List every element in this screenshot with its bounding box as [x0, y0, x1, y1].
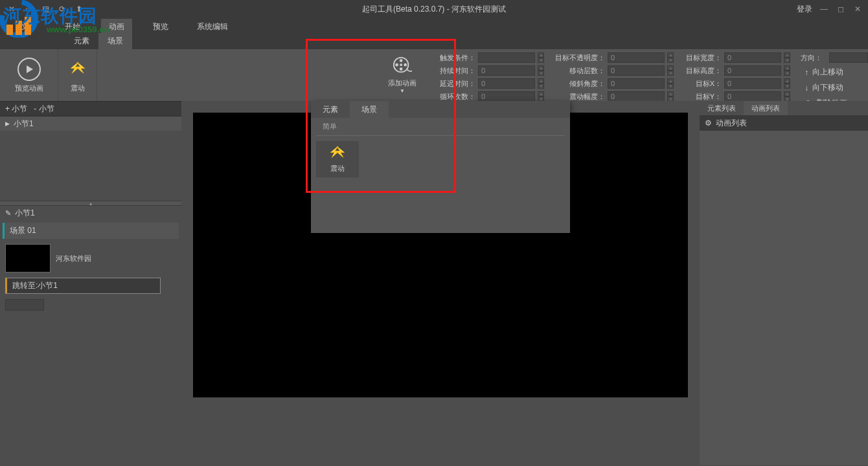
rtab-elements[interactable]: 元素列表	[700, 101, 744, 115]
pencil-icon: ✎	[5, 209, 11, 217]
add-section-button[interactable]: + 小节	[5, 104, 27, 115]
prop-duration-input[interactable]	[478, 65, 535, 76]
rightpanel-header: 动画列表	[716, 118, 747, 129]
prop-duration-label: 持续时间：	[435, 66, 475, 76]
dropdown-item-shake[interactable]: 震动	[316, 141, 359, 177]
qat-open-icon[interactable]: ▭	[23, 4, 34, 14]
menu-animation[interactable]: 动画	[101, 19, 132, 35]
prop-amplitude-label: 震动幅度：	[552, 92, 605, 102]
inspector-header: 小节1	[15, 208, 35, 219]
shake-icon	[328, 146, 347, 161]
app-title: 起司工具(Beta 0.23.0.7) - 河东软件园测试	[362, 4, 506, 15]
thumbnail-label: 河东软件园	[56, 254, 91, 263]
scene-item-01[interactable]: 场景 01	[3, 223, 179, 239]
film-reel-icon	[393, 56, 412, 76]
play-icon	[17, 58, 41, 81]
prop-amplitude-input[interactable]	[608, 91, 665, 102]
menu-start[interactable]: 开始	[57, 19, 88, 35]
qat-undo-icon[interactable]: ⟳	[57, 4, 67, 14]
subtab-element[interactable]: 元素	[65, 33, 98, 49]
arrow-up-icon: ↑	[805, 68, 808, 77]
chevron-down-icon: ▼	[400, 88, 405, 94]
ribbon-preview-group[interactable]: 预览动画	[0, 49, 58, 101]
ribbon-subtabs: 元素 场景	[0, 35, 868, 49]
prop-tx-label: 目标X：	[681, 79, 722, 89]
svg-point-7	[395, 63, 398, 67]
prop-opacity-label: 目标不透明度：	[552, 53, 605, 63]
prop-loops-label: 循环次数：	[435, 92, 475, 102]
prop-ty-input[interactable]	[724, 91, 781, 102]
move-up-button[interactable]: ↑向上移动	[801, 65, 868, 79]
prop-twidth-input[interactable]	[724, 52, 781, 63]
ribbon-shake-group[interactable]: 震动	[58, 49, 97, 101]
rtab-anims[interactable]: 动画列表	[744, 101, 788, 115]
direction-header: 方向：	[801, 53, 827, 63]
prop-trigger-input[interactable]	[478, 52, 535, 63]
prop-layers-label: 移动层数：	[552, 66, 605, 76]
dropdown-category: 简单	[316, 118, 565, 136]
right-panel: 元素列表 动画列表 ⚙ 动画列表	[700, 101, 868, 465]
prop-opacity-input[interactable]	[608, 52, 665, 63]
minimize-icon[interactable]: —	[819, 4, 829, 14]
sections-toolbar: + 小节 - 小节	[0, 101, 181, 116]
triangle-right-icon: ▶	[5, 120, 10, 127]
menu-preview[interactable]: 预览	[145, 19, 176, 35]
menu-sysedit[interactable]: 系统编辑	[189, 19, 236, 35]
svg-point-6	[400, 67, 403, 71]
spin-buttons[interactable]: ▴▾	[538, 52, 544, 63]
ribbon-add-anim-group[interactable]: 添加动画 ▼	[373, 49, 431, 101]
arrow-down-icon: ↓	[805, 83, 808, 93]
prop-tx-input[interactable]	[724, 78, 781, 89]
add-anim-label: 添加动画	[388, 78, 417, 88]
left-panel: + 小节 - 小节 ▶ 小节1 ✎ 小节1 场景 01 河东软件园	[0, 101, 181, 465]
section-item-1[interactable]: ▶ 小节1	[0, 116, 181, 131]
prop-trigger-label: 触发条件：	[435, 53, 475, 63]
maximize-icon[interactable]: ◻	[836, 4, 846, 14]
ddtab-element[interactable]: 元素	[311, 101, 350, 118]
prop-delay-input[interactable]	[478, 78, 535, 89]
direction-input[interactable]	[829, 52, 868, 63]
prop-tilt-input[interactable]	[608, 78, 665, 89]
qat-save-icon[interactable]: ✕	[6, 4, 17, 14]
extra-input[interactable]	[5, 299, 44, 311]
qat-new-icon[interactable]: ▤	[40, 4, 51, 14]
scene-thumbnail	[5, 244, 51, 272]
prop-tilt-label: 倾斜角度：	[552, 79, 605, 89]
menu-file[interactable]: 文件	[13, 19, 44, 35]
login-link[interactable]: 登录	[797, 4, 812, 15]
add-anim-dropdown: 元素 场景 简单 震动	[311, 101, 570, 233]
titlebar: ✕ ▭ ▤ ⟳ ⬆ 起司工具(Beta 0.23.0.7) - 河东软件园测试 …	[0, 0, 868, 18]
prop-theight-input[interactable]	[724, 65, 781, 76]
prop-twidth-label: 目标宽度：	[681, 53, 722, 63]
section-item-label: 小节1	[14, 118, 34, 129]
splitter-handle[interactable]	[0, 201, 181, 206]
move-down-button[interactable]: ↓向下移动	[801, 81, 868, 94]
svg-point-8	[404, 63, 407, 67]
close-icon[interactable]: ✕	[852, 4, 863, 14]
shake-icon	[69, 61, 87, 77]
preview-anim-label: 预览动画	[15, 83, 43, 93]
prop-ty-label: 目标Y：	[681, 92, 722, 102]
thumbnail-row[interactable]: 河东软件园	[3, 241, 179, 275]
shake-label: 震动	[71, 83, 85, 93]
svg-point-5	[400, 59, 403, 62]
ddtab-scene[interactable]: 场景	[350, 101, 389, 118]
prop-theight-label: 目标高度：	[681, 66, 722, 76]
gear-icon: ⚙	[705, 118, 712, 128]
ribbon: 预览动画 震动 添加动画 ▼ 触发条件：▴▾ 持续时间：▴▾ 延迟时间：▴▾ 循…	[0, 49, 868, 101]
jump-to-select[interactable]: 跳转至:小节1	[5, 278, 161, 294]
prop-layers-input[interactable]	[608, 65, 665, 76]
prop-loops-input[interactable]	[478, 91, 535, 102]
qat-export-icon[interactable]: ⬆	[74, 4, 84, 14]
remove-section-button[interactable]: - 小节	[34, 104, 54, 115]
subtab-scene[interactable]: 场景	[98, 33, 132, 49]
svg-point-9	[400, 63, 402, 66]
prop-delay-label: 延迟时间：	[435, 79, 475, 89]
